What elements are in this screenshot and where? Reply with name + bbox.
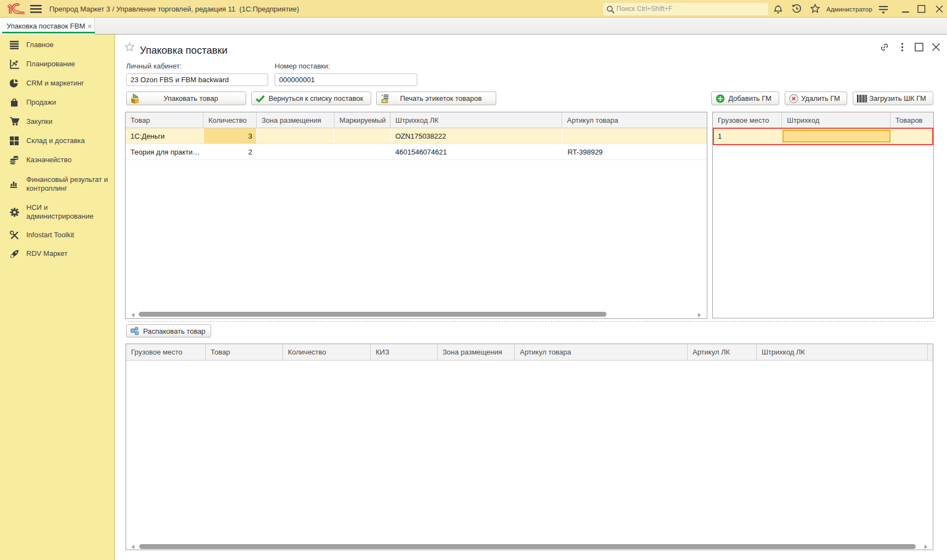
svg-text:1.10: 1.10 — [383, 99, 387, 102]
